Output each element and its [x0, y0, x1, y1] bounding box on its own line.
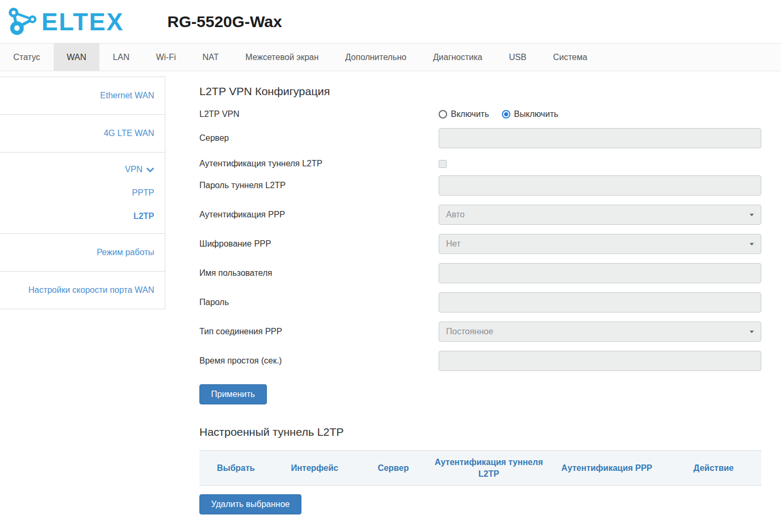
tunnel-table-title: Настроенный туннель L2TP — [199, 426, 761, 438]
ppp-connection-type-control: Постоянное — [439, 322, 761, 342]
ppp-auth-label: Аутентификация PPP — [199, 210, 439, 219]
sidebar-group: 4G LTE WAN — [0, 115, 165, 153]
chevron-down-icon — [750, 331, 754, 333]
table-header-ppp-auth: Аутентификация PPP — [548, 451, 666, 486]
header: ELTEX RG-5520G-Wax — [0, 0, 781, 43]
chevron-down-icon — [750, 214, 754, 216]
form-row-l2tp-vpn: L2TP VPN Включить Выключить — [199, 109, 761, 119]
table-header-interface: Интерфейс — [272, 451, 357, 486]
ppp-encryption-control: Нет — [439, 234, 761, 254]
form-row-username: Имя пользователя — [199, 263, 761, 283]
tab-lan[interactable]: LAN — [99, 44, 142, 71]
tunnel-password-control — [439, 175, 761, 196]
form-row-password: Пароль — [199, 292, 761, 313]
ppp-connection-type-select[interactable]: Постоянное — [439, 322, 761, 342]
main-content: L2TP VPN Конфигурация L2TP VPN Включить … — [165, 71, 781, 530]
ppp-connection-type-label: Тип соединения PPP — [199, 327, 439, 336]
table-header-action: Действие — [666, 451, 761, 486]
chevron-down-icon — [146, 167, 154, 173]
l2tp-vpn-label: L2TP VPN — [199, 109, 439, 119]
l2tp-enable-radio[interactable] — [439, 110, 447, 119]
tunnel-auth-control — [439, 159, 761, 168]
username-control — [439, 263, 761, 283]
sidebar-item-vpn[interactable]: VPN — [0, 153, 165, 181]
tab-status[interactable]: Статус — [0, 44, 54, 71]
form-row-tunnel-auth: Аутентификация туннеля L2TP — [199, 157, 761, 170]
password-label: Пароль — [199, 298, 439, 307]
form-row-ppp-connection-type: Тип соединения PPP Постоянное — [199, 322, 761, 342]
tunnel-auth-label: Аутентификация туннеля L2TP — [199, 159, 439, 168]
idle-time-label: Время простоя (сек.) — [199, 356, 439, 366]
table-header-select: Выбрать — [199, 451, 272, 486]
table-header-tunnel-auth: Аутентификация туннеля L2TP — [430, 451, 548, 486]
tab-nat[interactable]: NAT — [189, 44, 232, 71]
form-row-server: Сервер — [199, 128, 761, 148]
sidebar-item-4g-lte-wan[interactable]: 4G LTE WAN — [0, 115, 165, 152]
ppp-encryption-select[interactable]: Нет — [439, 234, 761, 254]
server-label: Сервер — [199, 133, 439, 143]
eltex-logo: ELTEX — [5, 6, 124, 38]
username-input[interactable] — [439, 263, 761, 283]
ppp-encryption-selected-value: Нет — [446, 239, 460, 249]
eltex-logo-icon — [5, 6, 39, 38]
device-model-title: RG-5520G-Wax — [167, 13, 282, 31]
sidebar-item-l2tp[interactable]: L2TP — [0, 205, 165, 233]
ppp-auth-selected-value: Авто — [446, 210, 465, 219]
sidebar: Ethernet WAN 4G LTE WAN VPN PPTP L2TP Ре… — [0, 77, 165, 309]
sidebar-group: Ethernet WAN — [0, 77, 165, 115]
ppp-encryption-label: Шифрование PPP — [199, 239, 439, 249]
sidebar-group: Режим работы — [0, 234, 165, 272]
top-nav: Статус WAN LAN Wi-Fi NAT Межсетевой экра… — [0, 43, 781, 71]
idle-time-control — [439, 351, 761, 371]
chevron-down-icon — [750, 243, 754, 246]
form-row-idle-time: Время простоя (сек.) — [199, 351, 761, 371]
tab-system[interactable]: Система — [540, 44, 600, 71]
sidebar-group: VPN PPTP L2TP — [0, 153, 165, 234]
idle-time-input[interactable] — [439, 351, 761, 371]
tab-firewall[interactable]: Межсетевой экран — [232, 44, 332, 71]
password-input[interactable] — [439, 292, 761, 313]
ppp-connection-type-selected-value: Постоянное — [446, 327, 493, 336]
l2tp-tunnel-table: Выбрать Интерфейс Сервер Аутентификация … — [199, 450, 761, 486]
tab-diagnostics[interactable]: Диагностика — [419, 44, 496, 71]
server-control — [439, 128, 761, 148]
tab-wan[interactable]: WAN — [54, 44, 100, 71]
server-input[interactable] — [439, 128, 761, 148]
tunnel-auth-checkbox[interactable] — [439, 160, 447, 168]
l2tp-disable-label: Выключить — [514, 109, 558, 119]
tunnel-password-input[interactable] — [439, 175, 761, 196]
l2tp-tunnel-table-head: Выбрать Интерфейс Сервер Аутентификация … — [199, 451, 761, 486]
form-row-ppp-encryption: Шифрование PPP Нет — [199, 234, 761, 254]
l2tp-disable-radio[interactable] — [502, 110, 510, 119]
sidebar-item-work-mode[interactable]: Режим работы — [0, 234, 165, 271]
brand-name: ELTEX — [41, 10, 124, 34]
ppp-auth-select[interactable]: Авто — [439, 205, 761, 225]
l2tp-vpn-radio-group: Включить Выключить — [439, 109, 761, 119]
sidebar-item-ethernet-wan[interactable]: Ethernet WAN — [0, 77, 165, 114]
table-header-server: Сервер — [357, 451, 430, 486]
apply-button[interactable]: Применить — [199, 384, 267, 404]
sidebar-item-wan-port-speed[interactable]: Настройки скорости порта WAN — [0, 272, 165, 309]
table-header-row: Выбрать Интерфейс Сервер Аутентификация … — [199, 451, 761, 486]
username-label: Имя пользователя — [199, 268, 439, 278]
tunnel-password-label: Пароль туннеля L2TP — [199, 181, 439, 190]
l2tp-enable-label: Включить — [451, 109, 489, 119]
tab-wifi[interactable]: Wi-Fi — [142, 44, 189, 71]
ppp-auth-control: Авто — [439, 205, 761, 225]
sidebar-item-label: VPN — [125, 165, 142, 174]
sidebar-item-pptp[interactable]: PPTP — [0, 181, 165, 205]
tab-advanced[interactable]: Дополнительно — [332, 44, 419, 71]
form-row-ppp-auth: Аутентификация PPP Авто — [199, 205, 761, 225]
form-row-tunnel-password: Пароль туннеля L2TP — [199, 175, 761, 196]
tab-usb[interactable]: USB — [496, 44, 540, 71]
sidebar-group: Настройки скорости порта WAN — [0, 272, 165, 309]
page-title: L2TP VPN Конфигурация — [199, 85, 761, 98]
password-control — [439, 292, 761, 313]
delete-selected-button[interactable]: Удалить выбранное — [199, 494, 301, 514]
